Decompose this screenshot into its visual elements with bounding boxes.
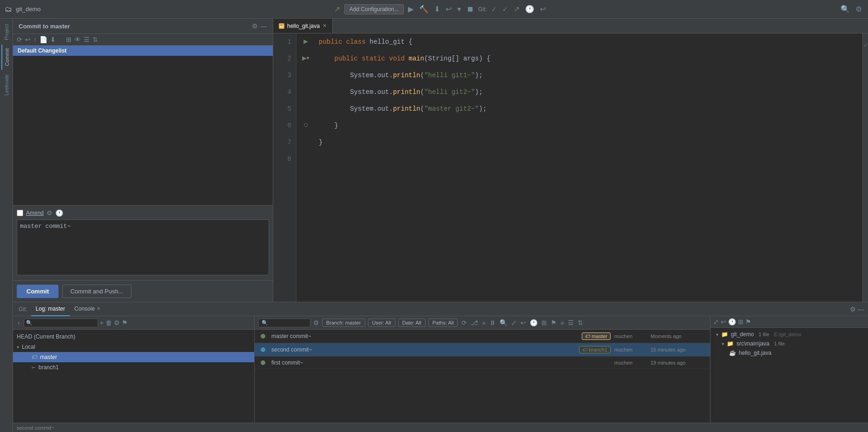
git-log-settings-icon[interactable]: ⚙ [850, 306, 856, 313]
commit-settings-icon[interactable]: ⚙ [252, 22, 258, 30]
search-toolbar-icon[interactable]: 🔍 [839, 4, 851, 14]
repo-item[interactable]: ▾ 📁 git_demo 1 file E:/git_demo [714, 330, 864, 339]
log-pause-icon[interactable]: ⏸ [488, 318, 497, 327]
branch-master[interactable]: 🏷 master [13, 352, 254, 362]
log-toolbar-icons: ⟳ ⎇ » ⏸ 🔍 ⤢ ↩ 🕐 ⊞ ⚑ » ☰ ⇅ [460, 318, 584, 327]
branch-settings-icon[interactable]: ⚙ [114, 319, 120, 326]
tab-close-icon[interactable]: ✕ [322, 23, 327, 29]
delete-branch-icon[interactable]: 🗑 [105, 319, 112, 326]
amend-checkbox[interactable] [17, 210, 23, 216]
log-refresh-icon[interactable]: ⟳ [460, 318, 468, 327]
commit-button[interactable]: Commit [17, 285, 59, 298]
log-search2-icon[interactable]: 🔍 [499, 318, 508, 327]
commit-row-2[interactable]: second commit~ 🏷 branch1 muchen 15 minut… [255, 343, 710, 357]
add-config-button[interactable]: Add Configuration... [344, 4, 404, 14]
log-history-icon[interactable]: 🕐 [529, 318, 539, 327]
layout-icon[interactable]: ⊞ [66, 36, 72, 43]
git-right-history-icon[interactable]: 🕐 [728, 318, 736, 326]
build-icon[interactable]: 🔨 [418, 4, 430, 14]
back-button[interactable]: ‹ [16, 318, 22, 327]
repo-folder-icon: 📁 [721, 331, 728, 338]
preview-icon[interactable]: 👁 [74, 36, 81, 43]
log-undo-icon[interactable]: ↩ [519, 318, 527, 327]
download-icon[interactable]: ⬇ [433, 4, 441, 14]
log-sort-icon[interactable]: ⇅ [577, 318, 584, 327]
gutter-3 [296, 67, 315, 84]
commit-message-input[interactable]: master commit~ [17, 219, 269, 275]
branch-filter-icon[interactable]: ⚑ [122, 319, 128, 326]
add-branch-icon[interactable]: + [100, 319, 104, 326]
branch-branch1[interactable]: ⊢ branch1 [13, 362, 254, 372]
commit-minimize-icon[interactable]: — [261, 22, 267, 30]
branch-local-group[interactable]: ▾ Local [13, 342, 254, 352]
sidebar-item-leetcode[interactable]: Leetcode [2, 71, 11, 99]
sidebar-item-project[interactable]: Project [2, 20, 11, 44]
git-check1-icon[interactable]: ✓ [490, 5, 498, 14]
dropdown-icon[interactable]: ▾ [456, 4, 462, 14]
filter-settings-icon[interactable]: ⚙ [313, 319, 319, 326]
commit-graph-3 [258, 360, 268, 365]
git-right-undo-icon[interactable]: ↩ [721, 318, 726, 326]
log-more-icon[interactable]: » [481, 318, 487, 327]
git-right-expand-icon[interactable]: ⤢ [713, 318, 719, 326]
git-right-filter-icon[interactable]: ⚑ [745, 318, 751, 326]
stop-icon[interactable]: ⏹ [465, 4, 475, 14]
git-push-icon[interactable]: ↗ [512, 4, 521, 14]
diff-icon[interactable]: 📄 [39, 36, 47, 43]
download-changes-icon[interactable]: ⬇ [50, 36, 56, 43]
commit-time-3: 19 minutes ago [651, 360, 706, 366]
branch1-tag: 🏷 branch1 [579, 346, 611, 353]
commit-dot-3 [261, 360, 265, 365]
log-filter2-icon[interactable]: ⚑ [550, 318, 558, 327]
run-arrow-1[interactable]: ▶ [303, 33, 308, 50]
commit-message-3: first commit~ [271, 359, 607, 366]
tab-log-master[interactable]: Log: master [31, 302, 70, 316]
line-num-4: 4 [273, 84, 291, 100]
git-log-minimize-icon[interactable]: — [858, 306, 864, 313]
amend-settings-icon[interactable]: ⚙ [46, 209, 53, 217]
git-right-layout-icon[interactable]: ⊞ [738, 318, 743, 326]
branch-filter-btn[interactable]: Branch: master [322, 319, 365, 327]
branch-head[interactable]: HEAD (Current Branch) [13, 332, 254, 342]
refresh-changes-icon[interactable]: ⟳ [17, 36, 22, 43]
move-up-icon[interactable]: ↑ [33, 36, 37, 43]
git-revert-icon[interactable]: ↩ [539, 4, 547, 14]
commit-author-2: muchen [614, 347, 647, 352]
settings-toolbar-icon[interactable]: ⚙ [854, 4, 863, 14]
log-search-input[interactable] [270, 320, 307, 326]
undo-changes-icon[interactable]: ↩ [25, 36, 31, 43]
commit-row-1[interactable]: master commit~ 🏷 master muchen Moments a… [255, 330, 710, 343]
git-check2-icon[interactable]: ✓ [501, 5, 509, 14]
src-item[interactable]: ▾ 📁 src\main\java 1 file [714, 339, 864, 348]
amend-history-icon[interactable]: 🕐 [55, 209, 63, 217]
commit-row-3[interactable]: first commit~ muchen 19 minutes ago [255, 357, 710, 369]
date-filter-btn[interactable]: Date: All [398, 319, 426, 327]
editor-tab-hello-git[interactable]: ☕ hello_git.java ✕ [273, 19, 333, 33]
gutter-run-2[interactable]: ▶♥ [296, 50, 315, 67]
sidebar-item-commit[interactable]: Commit [1, 45, 12, 70]
log-branch-icon[interactable]: ⎇ [470, 318, 479, 327]
bottom-status-text: second commit~ [17, 425, 54, 431]
repo-path: E:/git_demo [774, 332, 802, 337]
log-layout-icon[interactable]: ⊞ [540, 318, 548, 327]
run-icon[interactable]: ▶ [407, 4, 415, 14]
log-expand-icon[interactable]: ⤢ [510, 318, 518, 327]
paths-filter-btn[interactable]: Paths: All [428, 319, 458, 327]
commit-panel: Commit to master ⚙ — ⟳ ↩ ↑ 📄 ⬇ ⊞ 👁 ☰ [13, 19, 273, 302]
git-arrow-icon[interactable]: ↗ [333, 4, 342, 14]
run-arrow-2[interactable]: ▶ [302, 50, 307, 67]
tab-console[interactable]: Console ✕ [70, 302, 105, 316]
commit-push-button[interactable]: Commit and Push... [62, 285, 131, 298]
console-close-icon[interactable]: ✕ [97, 306, 100, 311]
refresh-icon[interactable]: ↩ [444, 4, 453, 14]
head-label: HEAD (Current Branch) [17, 333, 75, 340]
java-file-item[interactable]: ☕ hello_git.java [714, 348, 864, 358]
list-icon[interactable]: ☰ [84, 36, 90, 43]
branch-search-input[interactable] [34, 320, 96, 326]
log-list-icon[interactable]: ☰ [567, 318, 575, 327]
git-history-icon[interactable]: 🕐 [524, 4, 536, 14]
log-more2-icon[interactable]: » [559, 318, 565, 327]
gutter-run-1[interactable]: ▶ [296, 33, 315, 50]
filter-icon[interactable]: ⇅ [92, 36, 98, 43]
user-filter-btn[interactable]: User: All [368, 319, 395, 327]
